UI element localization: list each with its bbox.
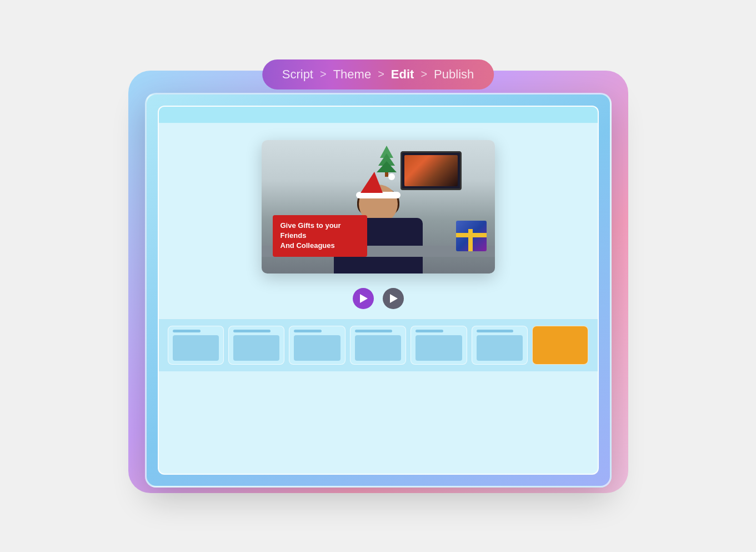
thumb-line [415,330,443,332]
thumbnail-strip [159,318,598,371]
thumb-rect [415,335,462,361]
separator-3: > [420,68,427,81]
thumb-line [233,330,271,332]
play-button[interactable] [353,288,374,309]
video-player[interactable]: Give Gifts to your Friends And Colleague… [262,140,495,273]
video-caption: Give Gifts to your Friends And Colleague… [273,215,367,257]
thumb-card-7-orange[interactable] [532,326,588,365]
thumb-card-6[interactable] [472,326,528,365]
separator-1: > [320,68,327,81]
santa-hat [356,173,400,198]
person-head [356,173,400,221]
thumb-line [477,330,514,332]
app-container: Script > Theme > Edit > Publish [73,37,684,515]
thumb-rect [477,335,523,361]
thumb-card-5[interactable] [410,326,467,365]
screen-inner: Give Gifts to your Friends And Colleague… [158,106,599,475]
breadcrumb-edit[interactable]: Edit [391,67,414,82]
thumb-card-3[interactable] [289,326,345,365]
caption-line1: Give Gifts to your Friends [281,221,341,240]
breadcrumb-publish[interactable]: Publish [434,67,474,82]
breadcrumb-script[interactable]: Script [282,67,313,82]
thumb-card-4[interactable] [350,326,406,365]
thumb-rect [355,335,401,361]
thumb-line [294,330,322,332]
step-play-icon [390,294,398,303]
thumb-rect [294,335,340,361]
gift-main [456,221,487,251]
thumb-rect [233,335,279,361]
play-icon [360,294,368,303]
separator-2: > [378,68,384,81]
thumb-line [173,330,201,332]
video-controls [159,279,598,318]
thumb-rect [173,335,219,361]
thumb-line [355,330,392,332]
video-area: Give Gifts to your Friends And Colleague… [159,123,598,279]
gift-box [456,212,489,251]
step-play-button[interactable] [383,288,404,309]
monitor-frame: Give Gifts to your Friends And Colleague… [145,93,612,488]
screen-topbar [159,107,598,123]
breadcrumb-theme[interactable]: Theme [333,67,371,82]
thumb-card-1[interactable] [168,326,224,365]
thumb-card-2[interactable] [228,326,284,365]
breadcrumb-nav: Script > Theme > Edit > Publish [262,59,494,89]
caption-line2: And Colleagues [281,241,335,250]
